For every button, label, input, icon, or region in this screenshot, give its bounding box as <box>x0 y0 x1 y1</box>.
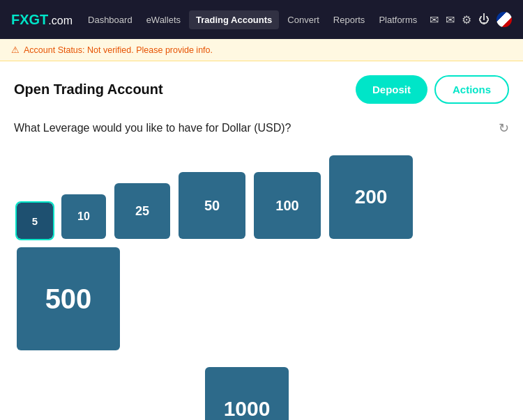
status-message: Account Status: Not verified. Please pro… <box>24 45 213 55</box>
header-buttons: Deposit Actions <box>356 75 509 104</box>
power-icon[interactable]: ⏻ <box>478 13 490 26</box>
nav-links: Dashboard eWallets Trading Accounts Conv… <box>82 10 425 29</box>
leverage-10[interactable]: 10 <box>61 194 106 239</box>
logo-domain: .com <box>48 15 73 26</box>
actions-button[interactable]: Actions <box>434 75 509 104</box>
navbar: FXGT.com Dashboard eWallets Trading Acco… <box>0 0 523 39</box>
logo-gt: GT <box>29 12 49 27</box>
leverage-200[interactable]: 200 <box>329 155 413 239</box>
status-bar: ⚠ Account Status: Not verified. Please p… <box>0 39 523 61</box>
nav-icons: ✉ ✉ ⚙ ⏻ <box>430 12 512 27</box>
nav-trading-accounts[interactable]: Trading Accounts <box>189 10 279 29</box>
warning-icon: ⚠ <box>11 45 20 55</box>
logo[interactable]: FXGT.com <box>11 12 73 28</box>
nav-ewallets[interactable]: eWallets <box>141 10 186 29</box>
nav-dashboard[interactable]: Dashboard <box>82 10 138 29</box>
page-title: Open Trading Account <box>14 81 163 98</box>
leverage-50[interactable]: 50 <box>179 172 245 239</box>
nav-platforms[interactable]: Platforms <box>373 10 423 29</box>
leverage-1000-wrapper: 1000 <box>205 367 289 420</box>
leverage-1000[interactable]: 1000 <box>205 367 289 420</box>
gear-icon[interactable]: ⚙ <box>462 13 471 26</box>
nav-reports[interactable]: Reports <box>328 10 371 29</box>
leverage-5[interactable]: 5 <box>17 203 53 239</box>
main-content: Open Trading Account Deposit Actions Wha… <box>0 61 523 420</box>
language-flag[interactable] <box>497 12 512 27</box>
refresh-icon[interactable]: ↻ <box>499 120 509 136</box>
question-row: What Leverage would you like to have for… <box>14 120 509 136</box>
logo-fx: FX <box>11 12 29 27</box>
deposit-button[interactable]: Deposit <box>356 75 427 104</box>
leverage-100[interactable]: 100 <box>254 172 321 239</box>
leverage-grid: 5 10 25 50 100 200 500 1000 <box>14 155 509 420</box>
inbox-icon[interactable]: ✉ <box>446 13 455 26</box>
leverage-500[interactable]: 500 <box>17 247 120 350</box>
leverage-25[interactable]: 25 <box>114 183 170 239</box>
question-text: What Leverage would you like to have for… <box>14 122 291 134</box>
mail-icon[interactable]: ✉ <box>430 13 439 26</box>
page-header: Open Trading Account Deposit Actions <box>14 75 509 104</box>
nav-convert[interactable]: Convert <box>282 10 325 29</box>
